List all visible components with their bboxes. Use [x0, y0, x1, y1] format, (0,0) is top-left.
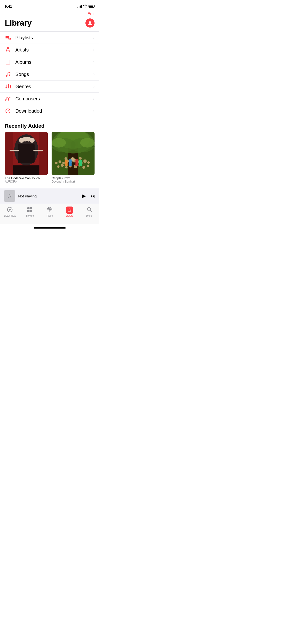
genres-chevron: › — [93, 84, 95, 89]
mini-player-play-button[interactable]: ▶ — [82, 193, 86, 199]
mini-player-title: Not Playing — [18, 194, 82, 198]
browse-icon — [27, 206, 33, 214]
tab-listen-now[interactable]: Listen Now — [3, 206, 17, 217]
tab-browse[interactable]: Browse — [23, 206, 37, 217]
devendra-artist-name: Devendra Banhart — [52, 180, 95, 183]
home-bar — [34, 227, 66, 228]
radio-label: Radio — [47, 214, 53, 217]
page-title: Library — [5, 18, 32, 28]
svg-point-52 — [57, 165, 60, 168]
svg-point-61 — [65, 157, 67, 160]
svg-point-9 — [6, 75, 8, 77]
svg-point-18 — [8, 100, 9, 100]
composer-icon — [5, 96, 14, 102]
downloaded-chevron: › — [93, 109, 95, 113]
header: Edit — [0, 10, 99, 16]
search-label: Search — [86, 214, 93, 217]
svg-point-29 — [30, 138, 35, 143]
svg-rect-66 — [79, 160, 82, 166]
tab-library[interactable]: Library — [62, 206, 77, 217]
search-icon — [86, 206, 93, 214]
svg-point-42 — [55, 162, 58, 164]
album-icon — [5, 59, 14, 65]
svg-rect-24 — [13, 165, 39, 175]
svg-rect-76 — [70, 210, 71, 211]
svg-point-17 — [5, 100, 7, 100]
edit-button[interactable]: Edit — [88, 12, 95, 16]
composers-label: Composers — [15, 96, 93, 102]
signal-bars-icon — [77, 5, 82, 8]
status-bar: 9:41 — [0, 0, 99, 10]
library-label: Library — [66, 214, 73, 217]
mini-player-thumb — [4, 190, 15, 202]
svg-rect-64 — [69, 159, 72, 166]
svg-rect-32 — [33, 150, 43, 152]
browse-label: Browse — [26, 214, 34, 217]
svg-rect-71 — [27, 207, 30, 210]
svg-point-75 — [49, 209, 50, 210]
battery-icon — [89, 5, 95, 8]
playlist-icon — [5, 34, 14, 41]
library-menu: Playlists › Artists › Albums › — [0, 32, 99, 117]
svg-point-5 — [7, 47, 9, 49]
svg-point-41 — [80, 138, 95, 148]
download-icon — [5, 108, 14, 114]
mini-player-controls: ▶ ⏭ — [82, 193, 95, 199]
status-icons — [77, 4, 95, 8]
svg-rect-73 — [27, 210, 30, 212]
downloaded-label: Downloaded — [15, 108, 93, 114]
listen-now-label: Listen Now — [4, 214, 16, 217]
songs-label: Songs — [15, 72, 93, 77]
svg-point-68 — [10, 196, 11, 198]
svg-rect-72 — [30, 207, 32, 210]
mini-player[interactable]: Not Playing ▶ ⏭ — [0, 188, 99, 204]
menu-item-artists[interactable]: Artists › — [0, 44, 99, 56]
album-cover-aurora — [5, 132, 48, 175]
albums-label: Albums — [15, 60, 93, 65]
user-avatar[interactable] — [85, 18, 95, 28]
tab-bar: Listen Now Browse Radio — [0, 204, 99, 224]
tab-search[interactable]: Search — [82, 206, 97, 217]
menu-item-downloaded[interactable]: Downloaded › — [0, 105, 99, 117]
songs-chevron: › — [93, 72, 95, 76]
menu-item-albums[interactable]: Albums › — [0, 56, 99, 68]
radio-icon — [47, 206, 53, 214]
menu-item-playlists[interactable]: Playlists › — [0, 32, 99, 44]
playlists-chevron: › — [93, 36, 95, 40]
album-item-aurora[interactable]: The Gods We Can Touch AURORA — [5, 132, 48, 183]
artists-chevron: › — [93, 48, 95, 52]
menu-item-songs[interactable]: Songs › — [0, 68, 99, 80]
artists-label: Artists — [15, 47, 93, 53]
library-icon — [66, 206, 73, 214]
genre-icon — [5, 84, 14, 90]
aurora-artist-name: AURORA — [5, 180, 48, 183]
devendra-album-name: Cripple Crow — [52, 176, 95, 180]
svg-point-44 — [62, 162, 65, 164]
artist-icon — [5, 47, 14, 53]
tab-radio[interactable]: Radio — [43, 206, 57, 217]
svg-rect-65 — [75, 159, 78, 166]
svg-point-67 — [8, 197, 9, 198]
song-icon — [5, 71, 14, 78]
menu-item-composers[interactable]: Composers › — [0, 93, 99, 105]
menu-item-genres[interactable]: Genres › — [0, 80, 99, 93]
albums-grid: The Gods We Can Touch AURORA — [0, 132, 99, 188]
wifi-icon — [83, 4, 87, 8]
svg-rect-63 — [65, 160, 68, 166]
recently-added-section: Recently Added — [0, 117, 99, 188]
svg-point-40 — [52, 138, 66, 148]
svg-rect-74 — [30, 210, 32, 212]
svg-marker-70 — [9, 209, 11, 210]
album-cover-devendra — [52, 132, 95, 175]
svg-line-78 — [90, 210, 92, 212]
listen-now-icon — [7, 206, 13, 214]
svg-rect-22 — [5, 132, 13, 175]
svg-point-50 — [83, 159, 87, 163]
composers-chevron: › — [93, 96, 95, 101]
mini-player-skip-button[interactable]: ⏭ — [91, 193, 95, 199]
genres-label: Genres — [15, 84, 93, 89]
svg-point-58 — [82, 166, 85, 169]
playlists-label: Playlists — [15, 35, 93, 40]
album-item-devendra[interactable]: Cripple Crow Devendra Banhart — [52, 132, 95, 183]
svg-point-59 — [87, 165, 89, 167]
